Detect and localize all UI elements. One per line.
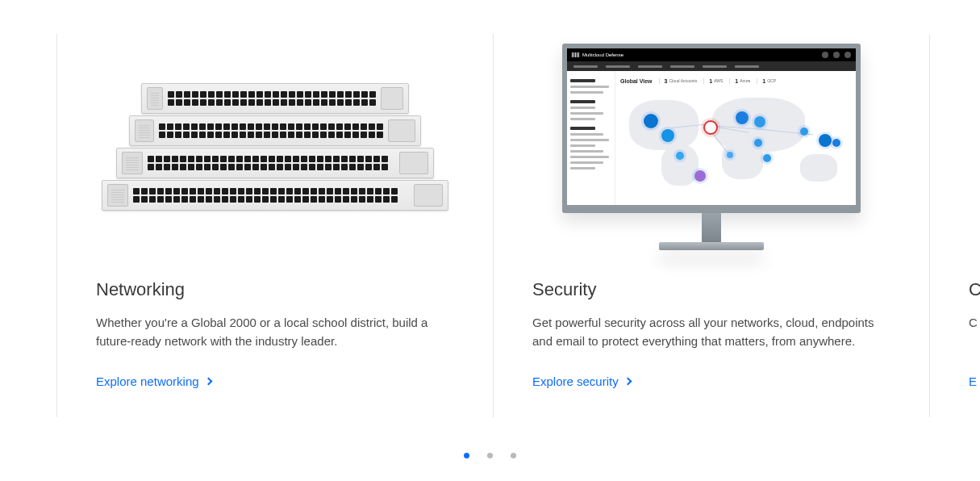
pagination-dot-1[interactable]: [464, 453, 469, 458]
monitor-illustration: Multicloud Defense: [562, 44, 861, 250]
product-carousel: Networking Whether you're a Global 2000 …: [56, 34, 980, 417]
card-image-networking: [77, 34, 473, 260]
card-image-security: Multicloud Defense: [513, 34, 910, 260]
card-image-third: [949, 34, 980, 260]
switch-stack-illustration: [102, 83, 448, 211]
chevron-right-icon: [204, 378, 212, 386]
card-description: Get powerful security across all your ne…: [532, 313, 890, 352]
world-map: [620, 89, 851, 202]
explore-networking-link[interactable]: Explore networking: [96, 374, 454, 388]
card-description: Whether you're a Global 2000 or a local …: [96, 313, 454, 352]
explore-third-link[interactable]: E: [969, 374, 980, 388]
pagination-dot-2[interactable]: [487, 453, 493, 458]
card-title: C: [969, 279, 980, 300]
link-label: Explore security: [532, 374, 619, 388]
chevron-right-icon: [623, 378, 632, 386]
pagination-dot-3[interactable]: [511, 453, 516, 458]
carousel-pagination: [0, 453, 980, 458]
card-title: Networking: [96, 279, 454, 300]
link-label: E: [969, 374, 977, 388]
network-switch: [141, 83, 409, 114]
explore-security-link[interactable]: Explore security: [532, 374, 890, 388]
dashboard-brand: Multicloud Defense: [582, 52, 623, 57]
network-switch: [129, 115, 421, 146]
card-third: C C in b E: [929, 34, 980, 417]
link-label: Explore networking: [96, 374, 199, 388]
network-switch: [102, 180, 448, 211]
network-switch: [116, 148, 434, 178]
card-description: C in b: [969, 313, 980, 352]
dashboard-view-title: Global View: [620, 78, 653, 84]
card-networking: Networking Whether you're a Global 2000 …: [56, 34, 493, 417]
card-security: Multicloud Defense: [493, 34, 929, 417]
card-title: Security: [532, 279, 890, 300]
